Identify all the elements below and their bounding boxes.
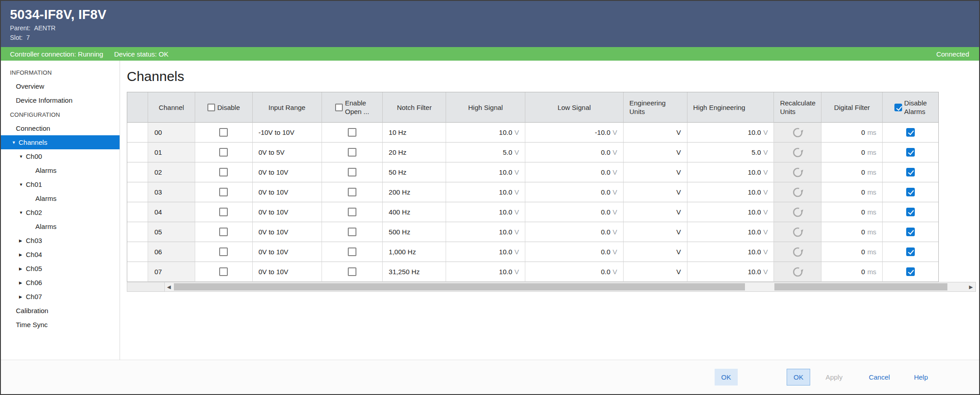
recalculate-refresh-icon[interactable]	[792, 206, 804, 218]
cell-recalculate-units[interactable]	[774, 162, 821, 182]
help-button[interactable]: Help	[912, 369, 930, 385]
cell-recalculate-units[interactable]	[774, 182, 821, 202]
recalculate-refresh-icon[interactable]	[792, 266, 804, 278]
sidebar-item-ch06[interactable]: ▶Ch06	[1, 276, 120, 290]
enable-open-checkbox[interactable]	[348, 148, 356, 157]
cell-high-signal[interactable]: 10.0V	[446, 182, 525, 202]
enable-open-checkbox[interactable]	[348, 267, 356, 276]
recalculate-refresh-icon[interactable]	[792, 126, 804, 138]
row-selector-cell[interactable]	[127, 222, 148, 242]
scrollbar-thumb[interactable]	[174, 283, 745, 290]
cell-high-engineering[interactable]: 10.0V	[687, 123, 774, 143]
cell-low-signal[interactable]: 0.0V	[525, 202, 624, 222]
enable-open-checkbox[interactable]	[348, 188, 356, 196]
cell-recalculate-units[interactable]	[774, 222, 821, 242]
ok-button-2[interactable]: OK	[787, 369, 810, 385]
cell-high-engineering[interactable]: 10.0V	[687, 262, 774, 282]
cell-high-engineering[interactable]: 10.0V	[687, 162, 774, 182]
cell-high-signal[interactable]: 5.0V	[446, 143, 525, 162]
horizontal-scrollbar[interactable]: ◀ ▶	[127, 282, 977, 292]
cell-low-signal[interactable]: 0.0V	[525, 242, 624, 262]
cell-input-range[interactable]: 0V to 10V	[253, 222, 322, 242]
enable-open-checkbox[interactable]	[348, 168, 356, 176]
cell-input-range[interactable]: 0V to 10V	[253, 262, 322, 282]
chevron-collapsed-icon[interactable]: ▶	[19, 281, 26, 285]
cell-high-engineering[interactable]: 10.0V	[687, 182, 774, 202]
cell-high-signal[interactable]: 10.0V	[446, 262, 525, 282]
row-selector-cell[interactable]	[127, 262, 148, 282]
chevron-collapsed-icon[interactable]: ▶	[19, 252, 26, 257]
enable-open-checkbox[interactable]	[348, 208, 356, 216]
sidebar-item-calibration[interactable]: Calibration	[1, 304, 120, 318]
cell-high-signal[interactable]: 10.0V	[446, 242, 525, 262]
row-selector-cell[interactable]	[127, 182, 148, 202]
cell-digital-filter[interactable]: 0ms	[821, 143, 883, 162]
cell-notch-filter[interactable]: 200 Hz	[383, 182, 446, 202]
disable-alarms-checkbox[interactable]	[906, 208, 915, 216]
chevron-expanded-icon[interactable]: ▼	[19, 154, 26, 159]
cell-notch-filter[interactable]: 1,000 Hz	[383, 242, 446, 262]
ok-button[interactable]: OK	[715, 369, 738, 385]
cell-recalculate-units[interactable]	[774, 262, 821, 282]
sidebar-item-ch01[interactable]: ▼Ch01	[1, 177, 120, 191]
row-selector-cell[interactable]	[127, 123, 148, 143]
cell-recalculate-units[interactable]	[774, 242, 821, 262]
cell-notch-filter[interactable]: 500 Hz	[383, 222, 446, 242]
cell-notch-filter[interactable]: 400 Hz	[383, 202, 446, 222]
scroll-left-button[interactable]: ◀	[165, 282, 173, 291]
cell-high-engineering[interactable]: 5.0V	[687, 143, 774, 162]
cell-engineering-units[interactable]: V	[624, 222, 687, 242]
disable-alarms-checkbox[interactable]	[906, 267, 915, 276]
cell-notch-filter[interactable]: 50 Hz	[383, 162, 446, 182]
alarms-all-checkbox[interactable]	[894, 104, 902, 111]
enable-open-checkbox[interactable]	[348, 247, 356, 256]
disable-checkbox[interactable]	[219, 208, 228, 216]
chevron-collapsed-icon[interactable]: ▶	[19, 267, 26, 271]
cell-engineering-units[interactable]: V	[624, 262, 687, 282]
cell-high-signal[interactable]: 10.0V	[446, 123, 525, 143]
scroll-right-button[interactable]: ▶	[967, 282, 975, 291]
cell-low-signal[interactable]: 0.0V	[525, 162, 624, 182]
row-selector-cell[interactable]	[127, 162, 148, 182]
cell-input-range[interactable]: 0V to 10V	[253, 162, 322, 182]
disable-checkbox[interactable]	[219, 228, 228, 236]
cell-recalculate-units[interactable]	[774, 143, 821, 162]
cell-low-signal[interactable]: 0.0V	[525, 182, 624, 202]
cell-input-range[interactable]: 0V to 5V	[253, 143, 322, 162]
sidebar-item-ch03[interactable]: ▶Ch03	[1, 233, 120, 247]
cell-high-signal[interactable]: 10.0V	[446, 222, 525, 242]
sidebar-item-ch00[interactable]: ▼Ch00	[1, 149, 120, 163]
chevron-expanded-icon[interactable]: ▼	[12, 140, 19, 145]
recalculate-refresh-icon[interactable]	[792, 246, 804, 258]
sidebar-item-alarms[interactable]: Alarms	[1, 163, 120, 177]
cell-high-signal[interactable]: 10.0V	[446, 202, 525, 222]
cell-digital-filter[interactable]: 0ms	[821, 162, 883, 182]
cell-notch-filter[interactable]: 10 Hz	[383, 123, 446, 143]
cell-digital-filter[interactable]: 0ms	[821, 262, 883, 282]
sidebar-item-connection[interactable]: Connection	[1, 121, 120, 135]
cell-digital-filter[interactable]: 0ms	[821, 242, 883, 262]
recalculate-refresh-icon[interactable]	[792, 186, 804, 198]
cell-notch-filter[interactable]: 20 Hz	[383, 143, 446, 162]
sidebar-item-alarms[interactable]: Alarms	[1, 191, 120, 205]
recalculate-refresh-icon[interactable]	[792, 226, 804, 238]
enable-open-checkbox[interactable]	[348, 228, 356, 236]
sidebar-item-device-information[interactable]: Device Information	[1, 93, 120, 107]
disable-alarms-checkbox[interactable]	[906, 247, 915, 256]
cell-engineering-units[interactable]: V	[624, 182, 687, 202]
cell-digital-filter[interactable]: 0ms	[821, 123, 883, 143]
cell-digital-filter[interactable]: 0ms	[821, 182, 883, 202]
cell-high-engineering[interactable]: 10.0V	[687, 202, 774, 222]
cell-input-range[interactable]: -10V to 10V	[253, 123, 322, 143]
cell-low-signal[interactable]: -10.0V	[525, 123, 624, 143]
disable-checkbox[interactable]	[219, 188, 228, 196]
cell-recalculate-units[interactable]	[774, 202, 821, 222]
chevron-collapsed-icon[interactable]: ▶	[19, 295, 26, 299]
cell-digital-filter[interactable]: 0ms	[821, 222, 883, 242]
enable-open-checkbox[interactable]	[348, 128, 356, 137]
disable-checkbox[interactable]	[219, 128, 228, 137]
sidebar-item-channels[interactable]: ▼Channels	[1, 135, 120, 149]
cell-low-signal[interactable]: 0.0V	[525, 262, 624, 282]
recalculate-refresh-icon[interactable]	[792, 146, 804, 158]
disable-alarms-checkbox[interactable]	[906, 188, 915, 196]
